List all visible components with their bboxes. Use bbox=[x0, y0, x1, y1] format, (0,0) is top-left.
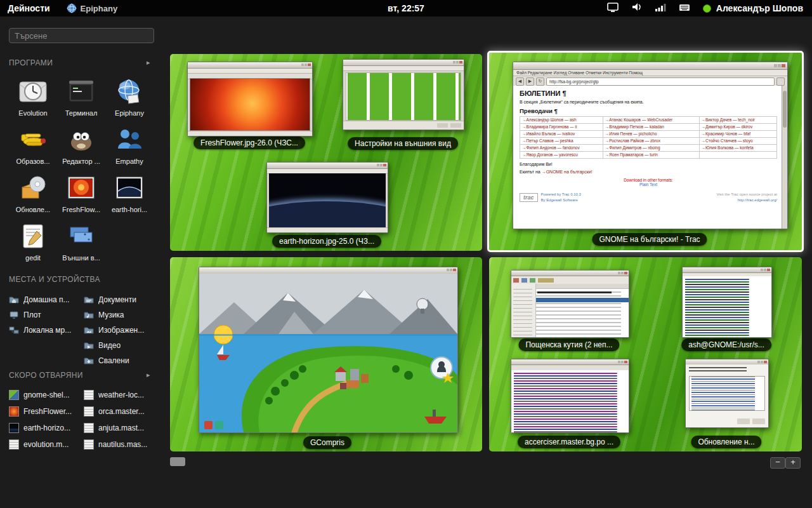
place-music[interactable]: Музика bbox=[84, 309, 157, 321]
downloads-folder-icon bbox=[84, 356, 94, 366]
table-row: →Ивайло Вълков — ivalkov →Илия Пенев — p… bbox=[520, 131, 777, 138]
gnome-bg-link[interactable]: →GNOME на български! bbox=[542, 170, 593, 174]
app-gimp[interactable]: Редактор ... bbox=[58, 124, 104, 165]
epiphany-app-icon bbox=[114, 76, 145, 107]
recent-earth-horizon[interactable]: earth-horizo... bbox=[9, 422, 82, 434]
recent-gnome-shell[interactable]: gnome-shel... bbox=[9, 389, 82, 401]
url-bar[interactable]: http://fsa-bg.org/project/gtp bbox=[546, 77, 775, 86]
page-subheading: Преводачи ¶ bbox=[520, 107, 777, 114]
workspace-3[interactable]: GCompris bbox=[170, 257, 482, 451]
app-software-update[interactable]: Обновле... bbox=[10, 173, 56, 213]
document-file-icon bbox=[84, 423, 94, 433]
app-epiphany[interactable]: Epiphany bbox=[107, 76, 152, 117]
update-package-list bbox=[689, 376, 765, 411]
places-header: МЕСТА И УСТРОЙСТВА bbox=[9, 275, 100, 284]
search-input[interactable] bbox=[9, 28, 154, 43]
place-documents[interactable]: Документи bbox=[84, 293, 157, 306]
recent-header: СКОРО ОТВАРЯНИ bbox=[9, 371, 83, 380]
window-titlebar bbox=[513, 62, 787, 70]
browser-menubar: Файл Редактиране Изглед Отиване Отметки … bbox=[513, 70, 787, 76]
pictures-folder-icon bbox=[84, 325, 94, 335]
plain-text-link[interactable]: Plain Text bbox=[520, 182, 777, 187]
app-menu-label: Epiphany bbox=[81, 4, 118, 13]
activities-button[interactable]: Дейности bbox=[0, 3, 58, 13]
document-file-icon bbox=[84, 390, 94, 400]
recent-weather-locations[interactable]: weather-loc... bbox=[84, 389, 157, 401]
input-method-icon[interactable] bbox=[679, 3, 690, 15]
flower-image bbox=[190, 78, 310, 131]
app-gedit[interactable]: gedit bbox=[10, 221, 56, 262]
place-home[interactable]: Домашна п... bbox=[9, 293, 82, 306]
app-empathy[interactable]: Empathy bbox=[107, 124, 152, 165]
empathy-icon bbox=[114, 124, 145, 155]
app-terminal[interactable]: Терминал bbox=[58, 76, 104, 117]
window-earth-horizon[interactable] bbox=[266, 162, 388, 233]
presence-available-icon bbox=[703, 4, 711, 13]
videos-folder-icon bbox=[84, 340, 94, 351]
window-label: ash@GNOME:/usr/s... bbox=[681, 338, 771, 351]
mail-column-headers bbox=[536, 284, 629, 289]
documents-folder-icon bbox=[84, 295, 94, 305]
gedit-text-area bbox=[511, 370, 629, 432]
recent-evolution-file[interactable]: evolution.m... bbox=[9, 438, 82, 451]
document-file-icon bbox=[84, 406, 94, 417]
add-workspace-button[interactable]: + bbox=[785, 457, 801, 469]
trac-site-link[interactable]: http://trac.edgewall.org/ bbox=[738, 198, 777, 202]
window-titlebar bbox=[683, 267, 771, 273]
app-menu[interactable]: Epiphany bbox=[67, 3, 118, 13]
window-appearance-settings[interactable] bbox=[343, 59, 464, 130]
network-signal-icon[interactable] bbox=[655, 3, 666, 15]
volume-icon[interactable] bbox=[631, 2, 642, 15]
place-downloads[interactable]: Свалени bbox=[84, 354, 157, 367]
scrollbar-thumb[interactable] bbox=[783, 91, 787, 128]
workspace-2[interactable]: Файл Редактиране Изглед Отиване Отметки … bbox=[487, 51, 804, 252]
window-label: GCompris bbox=[303, 436, 351, 449]
window-software-update[interactable] bbox=[685, 359, 769, 428]
workspace-4[interactable]: Пощенска кутия (2 неп... ash@GNOME:/usr/… bbox=[489, 257, 802, 451]
place-pictures[interactable]: Изображен... bbox=[84, 324, 157, 337]
forward-icon[interactable]: ▶ bbox=[526, 77, 534, 86]
recent-expander-icon[interactable]: ▸ bbox=[147, 371, 150, 379]
gimp-icon bbox=[66, 124, 96, 155]
window-epiphany-browser[interactable]: Файл Редактиране Изглед Отиване Отметки … bbox=[513, 62, 788, 229]
trac-page: БЮЛЕТИНИ ¶ В секция „Бюлетини“ са период… bbox=[513, 86, 787, 229]
back-icon[interactable]: ◀ bbox=[516, 77, 524, 86]
recent-anjuta-master[interactable]: anjuta.mast... bbox=[84, 422, 157, 434]
window-label: Пощенска кутия (2 неп... bbox=[518, 338, 619, 351]
app-earth-horizon[interactable]: earth-hori... bbox=[107, 173, 152, 213]
app-freshflower[interactable]: FreshFlow... bbox=[58, 173, 104, 213]
display-icon[interactable] bbox=[607, 2, 619, 15]
recent-orca-master[interactable]: orca.master... bbox=[84, 405, 157, 418]
update-header-text bbox=[689, 367, 747, 373]
recent-freshflower[interactable]: FreshFlower... bbox=[9, 405, 82, 418]
user-menu[interactable]: Александър Шопов bbox=[703, 3, 803, 13]
clock[interactable]: вт, 22:57 bbox=[388, 3, 424, 13]
app-evolution[interactable]: Evolution bbox=[10, 76, 56, 117]
programs-expander-icon[interactable]: ▸ bbox=[147, 58, 150, 67]
place-videos[interactable]: Видео bbox=[84, 339, 157, 352]
window-evolution-mail[interactable] bbox=[511, 270, 629, 338]
update-buttons[interactable] bbox=[737, 418, 765, 424]
software-update-icon bbox=[18, 173, 48, 203]
screenshot-file-icon bbox=[9, 390, 19, 400]
window-terminal[interactable] bbox=[682, 267, 772, 338]
remove-workspace-button[interactable]: − bbox=[770, 457, 785, 469]
place-desktop[interactable]: Плот bbox=[9, 309, 82, 321]
window-freshflower[interactable] bbox=[187, 62, 313, 137]
window-gedit-po[interactable] bbox=[511, 359, 629, 433]
window-label: GNOME на български! - Trac bbox=[592, 233, 707, 246]
place-local-network[interactable]: Локална мр... bbox=[9, 324, 82, 337]
window-label: Настройки на външния вид bbox=[348, 137, 458, 150]
reload-icon[interactable]: ↻ bbox=[536, 77, 544, 86]
app-external-drives[interactable]: Външни в... bbox=[58, 221, 104, 262]
workspace-1[interactable]: FreshFlower.jpg-26.0 (ЧЗС... Настройки н… bbox=[170, 54, 482, 251]
window-titlebar bbox=[511, 359, 629, 365]
recent-nautilus-master[interactable]: nautilus.mas... bbox=[84, 438, 157, 451]
terminal-icon bbox=[66, 76, 96, 107]
workspace-indicator[interactable] bbox=[170, 457, 185, 466]
app-gcompris[interactable]: Образов... bbox=[10, 124, 56, 165]
go-icon[interactable] bbox=[776, 77, 785, 86]
window-gcompris[interactable] bbox=[199, 267, 458, 433]
scrollbar[interactable] bbox=[782, 86, 787, 229]
document-file-icon bbox=[9, 439, 19, 450]
